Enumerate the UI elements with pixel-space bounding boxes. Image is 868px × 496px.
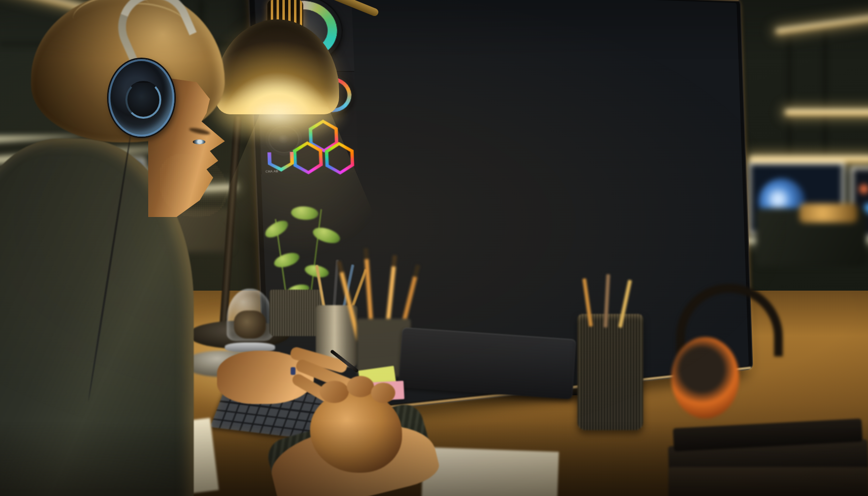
plant-leaf [311,223,342,247]
mesh-plant-cup [269,290,323,336]
knuckle [371,383,395,403]
ceiling-light-tube [775,14,868,35]
headphone-earcup [671,337,739,418]
right-fist [310,390,402,473]
lamp-bulb-glow [208,82,349,145]
plant-leaf [290,204,319,222]
desk-headphones [671,284,817,429]
graphics-tablet [398,327,576,400]
plant-leaf [273,251,301,269]
wall-light-tube [785,109,868,115]
right-hand-with-pen [300,371,412,487]
background-desk-lamp-glow [799,203,857,223]
finger-ring [291,367,295,375]
knuckle [347,376,374,397]
nodes-footer-label: CHA AB [265,170,278,173]
man-eye [193,140,205,144]
studio-scene: ▢▣▤▥▦▧▨◧◨◩▩◪ ▤▦⬒▥ [0,0,868,496]
pencil [618,279,632,327]
glass-partition-frame [823,29,827,174]
pencil [582,278,593,326]
paper-sheet [421,447,559,496]
pencil [604,274,610,327]
headphone-earcup-blue [108,59,174,137]
notebook-stack [668,409,868,496]
glass-partition-frame [788,29,791,174]
pencils-right [584,274,642,327]
knuckle [320,381,349,403]
pencil-cup-right [577,314,643,430]
